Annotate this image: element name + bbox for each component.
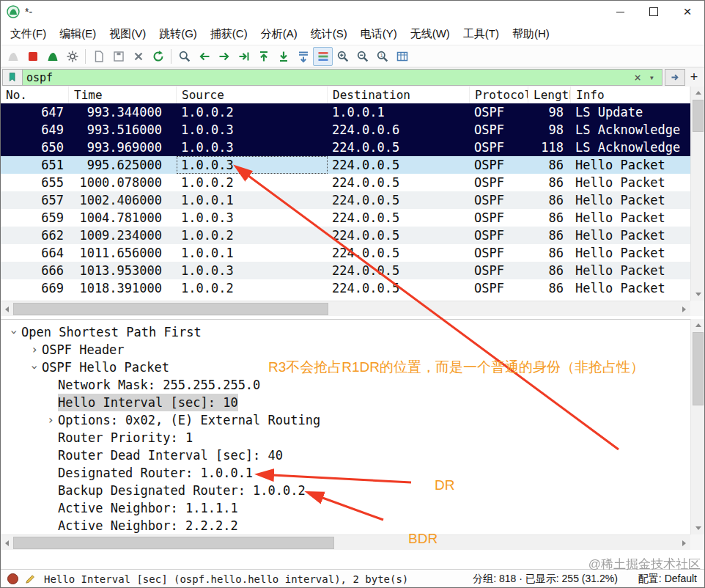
menu-capture[interactable]: 捕获(C) bbox=[204, 24, 254, 44]
tree-backup-designated-router[interactable]: Backup Designated Router: 1.0.0.2 bbox=[1, 482, 690, 499]
tree-hello-interval[interactable]: Hello Interval [sec]: 10 bbox=[1, 394, 690, 411]
packet-row-657[interactable]: 6571002.4060001.0.0.1224.0.0.5OSPF86Hell… bbox=[1, 191, 690, 209]
filter-add-button[interactable]: + bbox=[685, 70, 703, 85]
scroll-thumb[interactable] bbox=[693, 332, 704, 405]
tree-item-label: Backup Designated Router: 1.0.0.2 bbox=[58, 482, 306, 499]
find-packet-button[interactable] bbox=[174, 47, 194, 66]
scroll-thumb[interactable] bbox=[13, 537, 334, 549]
detail-vscrollbar[interactable] bbox=[690, 319, 704, 534]
packet-row-651[interactable]: 651995.6250001.0.0.3224.0.0.5OSPF86Hello… bbox=[1, 156, 690, 174]
column-header-destination[interactable]: Destination bbox=[328, 87, 470, 103]
stop-capture-button[interactable] bbox=[23, 47, 43, 66]
scroll-right-arrow[interactable] bbox=[678, 535, 690, 551]
column-header-time[interactable]: Time bbox=[69, 87, 177, 103]
minimize-button[interactable] bbox=[603, 1, 637, 23]
menu-statistics[interactable]: 统计(S) bbox=[304, 24, 354, 44]
column-header-info[interactable]: Info bbox=[571, 87, 690, 103]
packet-row-664[interactable]: 6641011.6560001.0.0.1224.0.0.5OSPF86Hell… bbox=[1, 244, 690, 262]
tree-network-mask[interactable]: Network Mask: 255.255.255.0 bbox=[1, 376, 690, 394]
scroll-down-arrow[interactable] bbox=[691, 288, 705, 301]
reload-button[interactable] bbox=[148, 47, 168, 66]
tree-options[interactable]: ›Options: 0x02, (E) External Routing bbox=[1, 411, 690, 429]
display-filter-input[interactable]: ospf × ▾ bbox=[23, 69, 662, 86]
tree-hello-packet[interactable]: ›OSPF Hello Packet bbox=[1, 359, 690, 376]
go-to-packet-button[interactable] bbox=[234, 47, 254, 66]
capture-options-button[interactable] bbox=[62, 47, 82, 66]
scroll-left-arrow[interactable] bbox=[1, 301, 13, 317]
close-capture-button[interactable] bbox=[128, 47, 148, 66]
filter-apply-button[interactable] bbox=[665, 69, 685, 86]
column-header-source[interactable]: Source bbox=[177, 87, 328, 103]
colorize-toggle[interactable] bbox=[313, 47, 333, 66]
menu-analyze[interactable]: 分析(A) bbox=[254, 24, 304, 44]
detail-hscrollbar[interactable] bbox=[1, 534, 690, 550]
toolbar-separator bbox=[85, 49, 86, 64]
packet-row-647[interactable]: 647993.3440001.0.0.21.0.0.1OSPF98LS Upda… bbox=[1, 103, 690, 121]
packet-row-662[interactable]: 6621009.2340001.0.0.2224.0.0.5OSPF86Hell… bbox=[1, 227, 690, 244]
packet-list-hscrollbar[interactable] bbox=[1, 301, 690, 316]
scroll-left-arrow[interactable] bbox=[1, 535, 13, 551]
tree-item-label: Active Neighbor: 1.1.1.1 bbox=[58, 499, 238, 517]
start-capture-button[interactable] bbox=[3, 47, 23, 66]
scroll-down-arrow[interactable] bbox=[691, 522, 705, 534]
save-file-button[interactable] bbox=[108, 47, 128, 66]
stop-square-icon bbox=[26, 50, 40, 63]
go-bottom-button[interactable] bbox=[273, 47, 293, 66]
tree-root-ospf[interactable]: ›Open Shortest Path First bbox=[1, 323, 690, 341]
column-header-no[interactable]: No. bbox=[1, 87, 69, 103]
open-file-button[interactable] bbox=[89, 47, 108, 66]
menu-edit[interactable]: 编辑(E) bbox=[53, 24, 103, 44]
menu-go[interactable]: 跳转(G) bbox=[152, 24, 204, 44]
packet-list-vscrollbar[interactable] bbox=[690, 87, 704, 301]
tree-designated-router[interactable]: Designated Router: 1.0.0.1 bbox=[1, 464, 690, 482]
tree-router-priority[interactable]: Router Priority: 1 bbox=[1, 429, 690, 446]
cell-length: 86 bbox=[528, 279, 571, 297]
cell-destination: 224.0.0.5 bbox=[328, 244, 470, 262]
maximize-button[interactable] bbox=[637, 1, 671, 23]
scroll-up-arrow[interactable] bbox=[691, 319, 705, 331]
chevron-open-icon[interactable]: › bbox=[26, 360, 43, 375]
menu-telephony[interactable]: 电话(Y) bbox=[354, 24, 404, 44]
packet-row-659[interactable]: 6591004.7810001.0.0.3224.0.0.5OSPF86Hell… bbox=[1, 209, 690, 227]
zoom-in-button[interactable] bbox=[333, 47, 352, 66]
go-top-button[interactable] bbox=[254, 47, 273, 66]
tree-dead-interval[interactable]: Router Dead Interval [sec]: 40 bbox=[1, 446, 690, 464]
menu-help[interactable]: 帮助(H) bbox=[506, 24, 556, 44]
restart-capture-button[interactable] bbox=[43, 47, 62, 66]
packet-row-650[interactable]: 650993.9690001.0.0.3224.0.0.5OSPF118LS A… bbox=[1, 139, 690, 156]
chevron-closed-icon[interactable]: › bbox=[43, 411, 58, 429]
column-header-length[interactable]: Length bbox=[528, 87, 571, 103]
packet-row-669[interactable]: 6691018.3910001.0.0.2224.0.0.5OSPF86Hell… bbox=[1, 279, 690, 297]
filter-bookmark-icon[interactable] bbox=[2, 69, 23, 86]
scroll-up-arrow[interactable] bbox=[691, 87, 705, 99]
filter-clear-icon[interactable]: × bbox=[630, 70, 646, 84]
packet-row-649[interactable]: 649993.5160001.0.0.3224.0.0.6OSPF98LS Ac… bbox=[1, 121, 690, 139]
profile-label[interactable]: 配置: Default bbox=[638, 573, 697, 586]
filter-dropdown-icon[interactable]: ▾ bbox=[646, 73, 658, 83]
packet-row-655[interactable]: 6551000.0780001.0.0.2224.0.0.5OSPF86Hell… bbox=[1, 174, 690, 191]
chevron-closed-icon[interactable]: › bbox=[27, 341, 42, 359]
go-forward-button[interactable] bbox=[214, 47, 234, 66]
scroll-thumb[interactable] bbox=[13, 303, 328, 315]
menu-wireless[interactable]: 无线(W) bbox=[404, 24, 457, 44]
tree-ospf-header[interactable]: ›OSPF Header bbox=[1, 341, 690, 359]
auto-scroll-toggle[interactable] bbox=[293, 47, 313, 66]
chevron-open-icon[interactable]: › bbox=[5, 325, 23, 339]
menu-tools[interactable]: 工具(T) bbox=[457, 24, 506, 44]
menu-file[interactable]: 文件(F) bbox=[4, 24, 53, 44]
expert-info-icon[interactable] bbox=[7, 573, 18, 584]
close-button[interactable]: × bbox=[671, 1, 704, 23]
capture-comment-pencil-icon[interactable] bbox=[24, 573, 37, 585]
go-back-button[interactable] bbox=[194, 47, 214, 66]
zoom-original-button[interactable]: 1 bbox=[372, 47, 392, 66]
column-header-protocol[interactable]: Protocol bbox=[470, 87, 528, 103]
tree-active-neighbor-1[interactable]: Active Neighbor: 1.1.1.1 bbox=[1, 499, 690, 517]
scroll-right-arrow[interactable] bbox=[678, 301, 690, 317]
tree-active-neighbor-2[interactable]: Active Neighbor: 2.2.2.2 bbox=[1, 517, 690, 534]
tree-item-label: Router Priority: 1 bbox=[58, 429, 193, 446]
menu-view[interactable]: 视图(V) bbox=[103, 24, 152, 44]
scroll-thumb[interactable] bbox=[693, 100, 704, 132]
packet-row-666[interactable]: 6661013.9530001.0.0.3224.0.0.5OSPF86Hell… bbox=[1, 262, 690, 279]
zoom-out-button[interactable] bbox=[352, 47, 372, 66]
resize-columns-button[interactable] bbox=[392, 47, 412, 66]
